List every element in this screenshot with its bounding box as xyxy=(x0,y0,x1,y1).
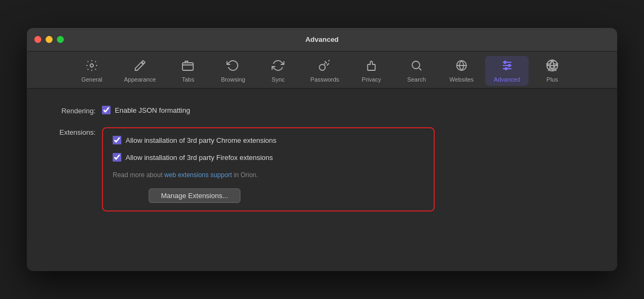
gear-icon xyxy=(85,59,98,74)
svg-rect-1 xyxy=(182,63,193,70)
passwords-icon xyxy=(318,59,331,74)
tab-tabs[interactable]: Tabs xyxy=(166,56,209,86)
search-icon xyxy=(410,59,423,74)
svg-point-2 xyxy=(412,61,420,69)
manage-btn-row: Manage Extensions... xyxy=(113,188,276,203)
enable-json-checkbox[interactable] xyxy=(102,106,111,114)
tab-general-label: General xyxy=(81,76,102,83)
content-area: Rendering: Enable JSON formatting Extens… xyxy=(27,89,617,271)
extensions-box: Allow installation of 3rd party Chrome e… xyxy=(102,127,435,212)
tab-plus-label: Plus xyxy=(546,76,558,83)
browser-window: Advanced General Appearance xyxy=(27,28,617,271)
svg-point-10 xyxy=(505,68,507,70)
tab-passwords-label: Passwords xyxy=(310,76,339,83)
extensions-content: Allow installation of 3rd party Chrome e… xyxy=(113,136,276,203)
tab-advanced-label: Advanced xyxy=(494,76,520,83)
firefox-ext-row: Allow installation of 3rd party Firefox … xyxy=(113,153,276,162)
info-text-before: Read more about xyxy=(113,171,164,179)
tab-search[interactable]: Search xyxy=(395,56,438,86)
extensions-label: Extensions: xyxy=(48,127,102,136)
svg-point-0 xyxy=(90,64,93,67)
browsing-icon xyxy=(226,59,239,74)
advanced-icon xyxy=(501,59,514,74)
tab-advanced[interactable]: Advanced xyxy=(485,56,529,86)
chrome-ext-checkbox[interactable] xyxy=(113,136,121,144)
svg-line-3 xyxy=(419,68,421,70)
tab-tabs-label: Tabs xyxy=(182,76,194,83)
toolbar: General Appearance Tabs xyxy=(27,52,617,89)
sync-icon xyxy=(272,59,284,74)
chrome-ext-row: Allow installation of 3rd party Chrome e… xyxy=(113,136,276,144)
tab-plus[interactable]: Plus xyxy=(531,56,574,86)
extensions-row: Extensions: Allow installation of 3rd pa… xyxy=(48,127,596,212)
tab-appearance-label: Appearance xyxy=(124,76,156,83)
rendering-label: Rendering: xyxy=(48,106,102,115)
close-button[interactable] xyxy=(34,36,41,43)
titlebar: Advanced xyxy=(27,28,617,52)
tab-passwords[interactable]: Passwords xyxy=(302,56,348,86)
chrome-ext-label: Allow installation of 3rd party Chrome e… xyxy=(126,136,276,144)
tab-browsing[interactable]: Browsing xyxy=(211,56,254,86)
web-extensions-link[interactable]: web extensions support xyxy=(164,171,232,179)
tab-privacy[interactable]: Privacy xyxy=(350,56,393,86)
manage-extensions-button[interactable]: Manage Extensions... xyxy=(149,188,240,203)
tab-websites-label: Websites xyxy=(450,76,474,83)
tab-websites[interactable]: Websites xyxy=(440,56,483,86)
enable-json-label: Enable JSON formatting xyxy=(115,106,190,114)
websites-icon xyxy=(455,59,468,74)
tab-general[interactable]: General xyxy=(70,56,113,86)
svg-point-8 xyxy=(504,61,506,63)
tab-sync[interactable]: Sync xyxy=(257,56,299,86)
firefox-ext-label: Allow installation of 3rd party Firefox … xyxy=(126,154,273,162)
appearance-icon xyxy=(134,59,147,74)
tab-browsing-label: Browsing xyxy=(221,76,245,83)
maximize-button[interactable] xyxy=(57,36,64,43)
window-title: Advanced xyxy=(305,35,339,43)
minimize-button[interactable] xyxy=(46,36,53,43)
svg-point-9 xyxy=(508,64,510,67)
rendering-row: Rendering: Enable JSON formatting xyxy=(48,106,596,119)
info-text-after: in Orion. xyxy=(232,171,258,179)
web-extensions-info: Read more about web extensions support i… xyxy=(113,171,276,179)
tab-appearance[interactable]: Appearance xyxy=(115,56,164,86)
tabs-icon xyxy=(181,59,194,74)
traffic-lights xyxy=(34,36,64,43)
json-formatting-row: Enable JSON formatting xyxy=(102,106,190,114)
privacy-icon xyxy=(365,59,378,74)
tab-sync-label: Sync xyxy=(272,76,284,83)
tab-search-label: Search xyxy=(407,76,426,83)
firefox-ext-checkbox[interactable] xyxy=(113,153,121,162)
plus-icon xyxy=(546,59,559,74)
tab-privacy-label: Privacy xyxy=(362,76,381,83)
